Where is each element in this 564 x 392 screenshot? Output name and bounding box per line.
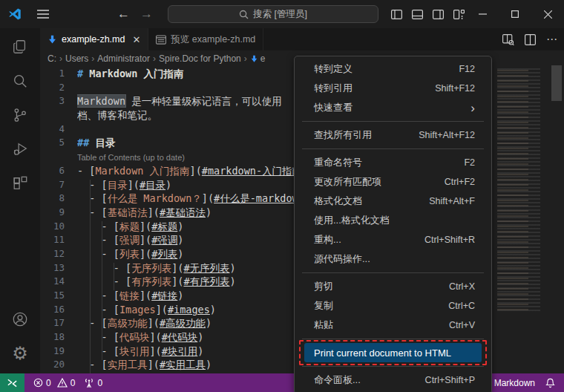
- toggle-panel-icon[interactable]: [412, 10, 423, 19]
- menu-item-label: 使用...格式化文档: [314, 214, 475, 227]
- menu-item-label: 复制: [314, 299, 448, 313]
- line-number: 12: [40, 247, 77, 261]
- menu-item-label: 源代码操作...: [314, 252, 475, 266]
- chevron-right-icon: ›: [91, 53, 94, 64]
- line-number: 5: [40, 136, 77, 150]
- more-actions-icon[interactable]: ⋯: [546, 33, 558, 46]
- context-menu-item[interactable]: 重构...Ctrl+Shift+R: [295, 230, 491, 249]
- line-number: 1: [40, 67, 77, 81]
- context-menu-item[interactable]: 查找所有引用Shift+Alt+F12: [295, 125, 491, 145]
- minimap[interactable]: [494, 67, 546, 312]
- context-menu-item[interactable]: 格式化文档Shift+Alt+F: [295, 192, 491, 211]
- tab-bar: example-zh.md ✕ 预览 example-zh.md: [40, 28, 564, 50]
- source-control-icon[interactable]: [0, 98, 40, 132]
- context-menu-item[interactable]: 命令面板...Ctrl+Shift+P: [295, 370, 491, 390]
- markdown-icon: [47, 35, 57, 45]
- line-number: 8: [40, 192, 77, 206]
- extensions-icon[interactable]: [0, 166, 40, 200]
- context-menu-item[interactable]: 转到引用Shift+F12: [295, 79, 491, 98]
- context-menu-item[interactable]: 转到定义F12: [295, 59, 491, 79]
- menu-item-shortcut: Shift+F12: [435, 83, 475, 94]
- run-debug-icon[interactable]: [0, 132, 40, 166]
- line-number: 16: [40, 303, 77, 317]
- breadcrumb-item[interactable]: Spire.Doc for Python: [159, 53, 241, 64]
- menu-separator: [302, 148, 484, 149]
- explorer-icon[interactable]: [0, 30, 40, 64]
- accounts-icon[interactable]: [0, 302, 40, 336]
- radio-tower-icon: [84, 378, 94, 388]
- breadcrumb-item[interactable]: e: [260, 53, 266, 64]
- menu-item-label: 格式化文档: [314, 195, 429, 208]
- toggle-secondary-sidebar-icon[interactable]: [433, 10, 444, 19]
- line-number: 17: [40, 316, 77, 330]
- breadcrumb-item[interactable]: Administrator: [97, 53, 150, 64]
- breadcrumb-item[interactable]: C:: [47, 53, 56, 64]
- indent-guide: [102, 221, 102, 360]
- ports-count: 0: [97, 378, 102, 388]
- command-center-search[interactable]: 搜索 [管理员]: [168, 5, 378, 23]
- back-button[interactable]: ←: [117, 7, 130, 22]
- context-menu-item[interactable]: 复制Ctrl+C: [295, 296, 491, 316]
- split-editor-icon[interactable]: [525, 34, 536, 45]
- editor-scrollbar[interactable]: [551, 62, 563, 373]
- context-menu-item[interactable]: 源代码操作...: [295, 249, 491, 269]
- context-menu-item[interactable]: 粘贴Ctrl+V: [295, 316, 491, 335]
- menu-item-label: 重命名符号: [314, 156, 464, 169]
- context-menu-item[interactable]: 剪切Ctrl+X: [295, 277, 491, 296]
- settings-gear-icon[interactable]: ⚙: [0, 336, 40, 370]
- title-bar: ← → 搜索 [管理员]: [0, 0, 564, 28]
- menu-item-label: 命令面板...: [314, 373, 425, 387]
- menu-item-shortcut: Ctrl+Shift+R: [424, 235, 475, 245]
- remote-icon: [7, 377, 18, 388]
- open-preview-side-icon[interactable]: [502, 34, 514, 45]
- tab-close-icon[interactable]: ✕: [132, 34, 140, 45]
- menu-item-label: 剪切: [314, 280, 449, 293]
- tab-preview-example-zh-md[interactable]: 预览 example-zh.md: [148, 28, 263, 50]
- minimize-button[interactable]: [466, 0, 499, 28]
- forward-button[interactable]: →: [140, 7, 153, 22]
- search-view-icon[interactable]: [0, 64, 40, 98]
- maximize-button[interactable]: [499, 0, 531, 28]
- line-number: 10: [40, 220, 77, 234]
- breadcrumb-item[interactable]: Users: [65, 53, 88, 64]
- chevron-right-icon: ›: [244, 53, 247, 64]
- submenu-chevron-icon: ›: [470, 102, 475, 114]
- language-mode[interactable]: Markdown: [494, 378, 535, 388]
- search-icon: [239, 10, 249, 19]
- warning-icon: [57, 378, 68, 388]
- activity-bar: ⚙: [0, 28, 40, 373]
- context-menu-item[interactable]: Print current document to HTML: [304, 343, 482, 362]
- close-button[interactable]: [531, 0, 564, 28]
- line-number: 14: [40, 275, 77, 289]
- menu-hamburger-icon[interactable]: [32, 3, 54, 25]
- bell-icon[interactable]: [545, 378, 555, 388]
- context-menu-item[interactable]: 快速查看›: [295, 98, 491, 117]
- customize-layout-icon[interactable]: [453, 10, 465, 19]
- menu-item-shortcut: Ctrl+V: [449, 320, 475, 330]
- remote-indicator[interactable]: [0, 373, 24, 392]
- ports-status[interactable]: 0: [84, 378, 102, 388]
- context-menu-item[interactable]: 使用...格式化文档: [295, 211, 491, 230]
- toggle-primary-sidebar-icon[interactable]: [391, 10, 402, 19]
- menu-item-label: 重构...: [314, 233, 424, 246]
- problems-status[interactable]: 0 0: [33, 378, 75, 388]
- menu-item-shortcut: Ctrl+X: [449, 281, 475, 292]
- line-number: [40, 150, 77, 164]
- menu-item-shortcut: Ctrl+Shift+P: [425, 375, 475, 385]
- tab-example-zh-md[interactable]: example-zh.md ✕: [40, 28, 148, 50]
- preview-icon: [156, 35, 166, 45]
- indent-guide: [114, 263, 114, 290]
- chevron-right-icon: ›: [153, 53, 156, 64]
- context-menu-item[interactable]: 重命名符号F2: [295, 153, 491, 172]
- menu-item-label: 转到引用: [314, 82, 435, 95]
- warning-count: 0: [70, 378, 76, 388]
- menu-item-shortcut: Shift+Alt+F: [429, 196, 475, 206]
- scrollbar-slider[interactable]: [551, 65, 562, 101]
- indent-guide: [90, 180, 91, 373]
- context-menu-items: 转到定义F12转到引用Shift+F12快速查看›查找所有引用Shift+Alt…: [295, 59, 491, 390]
- line-number: 6: [40, 164, 77, 178]
- line-number: 13: [40, 261, 77, 275]
- context-menu-item[interactable]: 更改所有匹配项Ctrl+F2: [295, 172, 491, 192]
- line-number: 11: [40, 233, 77, 247]
- line-number: [40, 108, 77, 122]
